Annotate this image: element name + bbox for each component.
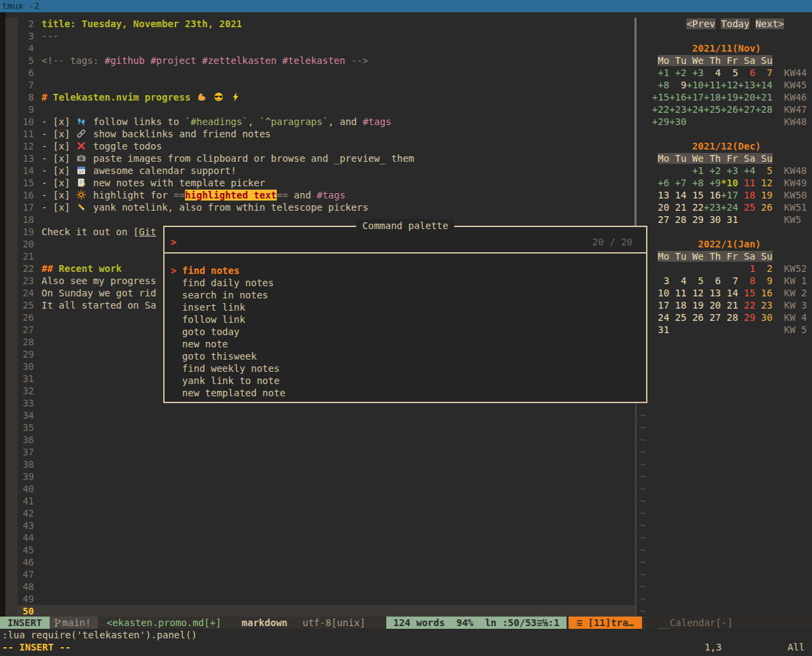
calendar-day-28[interactable]: 28 <box>675 214 687 225</box>
calendar-day-12[interactable]: 12 <box>692 288 704 298</box>
calendar-day-27[interactable]: +27 <box>738 104 755 115</box>
calendar-day-1[interactable]: 1 <box>749 263 755 274</box>
editor-line-44[interactable]: 44 <box>5 532 635 544</box>
palette-item-follow-link[interactable]: follow link <box>171 313 640 326</box>
calendar-day-6[interactable]: +6 <box>658 177 669 188</box>
calendar-day-31[interactable]: 31 <box>658 324 669 335</box>
calendar-day-31[interactable]: 31 <box>726 214 738 225</box>
calendar-day-14[interactable]: 14 <box>675 190 687 201</box>
calendar-day-7[interactable]: 7 <box>732 275 738 286</box>
calendar-pane[interactable]: <Prev Today Next> 2021/11(Nov) Mo Tu We … <box>641 18 812 617</box>
calendar-day-25[interactable]: 25 <box>744 202 756 213</box>
statusline-branch[interactable]: main! <box>50 617 98 629</box>
editor-line-5[interactable]: 5<!-- tags: #github #project #zettelkast… <box>5 54 635 67</box>
editor-line-49[interactable]: 49 <box>5 593 635 605</box>
calendar-day-17[interactable]: +17 <box>686 92 703 103</box>
calendar-day-25[interactable]: +25 <box>704 104 721 115</box>
calendar-day-9[interactable]: 9 <box>767 275 773 286</box>
calendar-day-4[interactable]: 4 <box>681 275 686 286</box>
editor-line-40[interactable]: 40 <box>5 483 635 495</box>
editor-line-7[interactable]: 7 <box>5 79 635 91</box>
calendar-day-21[interactable]: +21 <box>756 92 773 103</box>
editor-line-10[interactable]: 10- [x] follow links to `#headings`, `^p… <box>5 116 635 128</box>
calendar-day-17[interactable]: 17 <box>658 300 669 311</box>
calendar-day-24[interactable]: 24 <box>658 312 669 323</box>
editor-line-38[interactable]: 38 <box>5 458 635 470</box>
calendar-day-19[interactable]: +19 <box>721 92 738 103</box>
calendar-day-27[interactable]: 27 <box>709 312 721 323</box>
calendar-day-20[interactable]: 20 <box>709 300 721 311</box>
editor-line-46[interactable]: 46 <box>5 556 635 568</box>
calendar-day-22[interactable]: +22 <box>652 104 669 115</box>
calendar-day-5[interactable]: 5 <box>732 67 738 78</box>
palette-item-search-in-notes[interactable]: search in notes <box>171 289 640 301</box>
editor-line-3[interactable]: 3--- <box>5 30 635 42</box>
calendar-day-15[interactable]: 15 <box>692 190 704 201</box>
editor-line-48[interactable]: 48 <box>5 581 635 593</box>
calendar-day-30[interactable]: +30 <box>669 116 686 127</box>
editor-line-8[interactable]: 8# Telekasten.nvim progress <box>5 91 635 103</box>
calendar-day-15[interactable]: 15 <box>744 288 756 298</box>
editor-line-43[interactable]: 43 <box>5 519 635 532</box>
calendar-day-21[interactable]: 21 <box>675 202 687 213</box>
scrollbar-thumb[interactable] <box>635 18 637 230</box>
palette-item-yank-link-to-note[interactable]: yank link to note <box>171 375 640 387</box>
editor-line-9[interactable]: 9 <box>5 103 635 116</box>
calendar-day-23[interactable]: +23 <box>704 202 721 213</box>
calendar-day-5[interactable]: 5 <box>698 275 703 286</box>
calendar-day-8[interactable]: +8 <box>658 80 669 90</box>
editor-line-42[interactable]: 42 <box>5 507 635 519</box>
calendar-day-12[interactable]: +12 <box>721 80 738 90</box>
calendar-day-21[interactable]: 21 <box>726 300 738 311</box>
statusline-buffer-tab[interactable]: ≡ [11]tra… <box>569 617 642 629</box>
calendar-day-30[interactable]: 30 <box>761 312 773 323</box>
calendar-day-19[interactable]: 19 <box>692 300 704 311</box>
calendar-day-16[interactable]: 16 <box>709 190 721 201</box>
editor-line-6[interactable]: 6 <box>5 67 635 79</box>
calendar-day-22[interactable]: 22 <box>692 202 704 213</box>
calendar-day-29[interactable]: +29 <box>652 116 669 127</box>
palette-item-find-notes[interactable]: > find notes <box>171 264 640 277</box>
palette-item-insert-link[interactable]: insert link <box>171 301 640 313</box>
calendar-day-18[interactable]: 18 <box>744 190 756 201</box>
editor-line-36[interactable]: 36 <box>5 434 635 446</box>
calendar-day-2[interactable]: 2 <box>767 263 773 274</box>
editor-line-35[interactable]: 35 <box>5 421 635 434</box>
calendar-day-3[interactable]: +3 <box>692 67 704 78</box>
editor-line-16[interactable]: 16- [x] highlight for ==highlighted text… <box>5 189 635 201</box>
editor-line-13[interactable]: 13- [x] paste images from clipboard or b… <box>5 152 635 165</box>
calendar-day-1[interactable]: +1 <box>658 67 669 78</box>
calendar-day-2[interactable]: +2 <box>675 67 687 78</box>
editor-line-37[interactable]: 37 <box>5 446 635 458</box>
editor-line-12[interactable]: 12- [x] toggle todos <box>5 140 635 152</box>
calendar-day-20[interactable]: +20 <box>738 92 755 103</box>
calendar-day-14[interactable]: +14 <box>756 80 773 90</box>
calendar-day-26[interactable]: +26 <box>721 104 738 115</box>
calendar-day-9[interactable]: +9 <box>709 177 721 188</box>
calendar-day-13[interactable]: 13 <box>709 288 721 298</box>
calendar-day-7[interactable]: +7 <box>675 177 687 188</box>
calendar-day-2[interactable]: +2 <box>709 165 721 176</box>
calendar-day-10[interactable]: +10 <box>686 80 703 90</box>
calendar-day-5[interactable]: 5 <box>767 165 773 176</box>
calendar-day-24[interactable]: +24 <box>721 202 738 213</box>
editor-line-45[interactable]: 45 <box>5 544 635 556</box>
calendar-day-3[interactable]: +3 <box>726 165 738 176</box>
editor-line-15[interactable]: 15- [x] new notes with template picker <box>5 177 635 189</box>
editor-line-34[interactable]: 34 <box>5 409 635 421</box>
calendar-day-11[interactable]: 11 <box>744 177 756 188</box>
calendar-day-14[interactable]: 14 <box>726 288 738 298</box>
calendar-day-16[interactable]: 16 <box>761 288 773 298</box>
calendar-day-27[interactable]: 27 <box>658 214 669 225</box>
calendar-day-11[interactable]: +11 <box>704 80 721 90</box>
calendar-day-26[interactable]: 26 <box>761 202 773 213</box>
calendar-day-4[interactable]: +4 <box>744 165 756 176</box>
palette-item-goto-thisweek[interactable]: goto thisweek <box>171 350 640 362</box>
calendar-day-24[interactable]: +24 <box>686 104 703 115</box>
palette-item-find-weekly-notes[interactable]: find weekly notes <box>171 362 640 375</box>
calendar-day-6[interactable]: 6 <box>749 67 755 78</box>
calendar-day-10[interactable]: 10 <box>658 288 669 298</box>
editor-line-18[interactable]: 18 <box>5 213 635 226</box>
editor-line-41[interactable]: 41 <box>5 495 635 507</box>
palette-item-new-templated-note[interactable]: new templated note <box>171 387 640 399</box>
